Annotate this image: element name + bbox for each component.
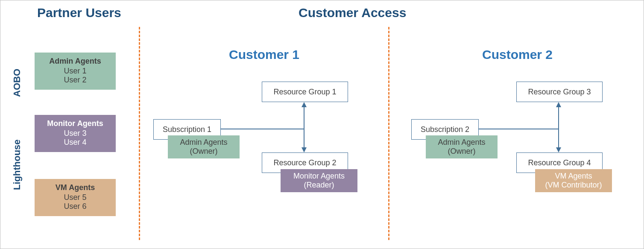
side-label-lighthouse: Lighthouse [12,139,23,190]
group-monitor-title: Monitor Agents [35,119,116,128]
group-monitor-user2: User 4 [35,138,116,147]
header-partner-users: Partner Users [37,6,121,20]
header-customer-1: Customer 1 [229,47,299,62]
role-admin-cust1-l2: (Owner) [168,147,240,156]
role-vm-cust2-l1: VM Agents [535,172,612,181]
group-monitor-user1: User 3 [35,129,116,138]
connector-v-cust2 [558,106,559,147]
box-resource-group-3: Resource Group 3 [516,82,603,102]
connector-h-cust2 [479,129,558,129]
group-vm-user2: User 6 [35,202,116,211]
header-customer-2: Customer 2 [482,47,553,62]
role-vm-contributor-cust2: VM Agents (VM Contributor) [535,169,612,192]
arrow-up-cust2 [556,102,561,107]
role-monitor-cust1-l1: Monitor Agents [281,172,357,181]
role-monitor-cust1-l2: (Reader) [281,181,357,190]
header-customer-access: Customer Access [299,6,406,20]
arrow-up-cust1 [302,102,307,107]
role-vm-cust2-l2: (VM Contributor) [535,181,612,190]
connector-h-cust1 [221,129,304,129]
group-admin-user2: User 2 [35,76,116,85]
diagram-frame: Partner Users Customer Access AOBO Light… [0,0,644,249]
role-admin-cust2-l1: Admin Agents [426,138,498,147]
group-vm-title: VM Agents [35,183,116,192]
group-admin-title: Admin Agents [35,57,116,66]
role-admin-owner-cust2: Admin Agents (Owner) [426,135,498,158]
group-admin-user1: User 1 [35,67,116,76]
role-admin-cust2-l2: (Owner) [426,147,498,156]
side-label-aobo: AOBO [12,69,23,97]
group-vm-agents: VM Agents User 5 User 6 [35,179,116,216]
role-admin-owner-cust1: Admin Agents (Owner) [168,135,240,158]
divider-1 [139,27,140,240]
group-vm-user1: User 5 [35,193,116,202]
group-monitor-agents: Monitor Agents User 3 User 4 [35,115,116,152]
box-resource-group-1: Resource Group 1 [262,82,348,102]
arrow-down-cust2 [556,147,561,152]
role-admin-cust1-l1: Admin Agents [168,138,240,147]
divider-2 [388,27,389,240]
group-admin-agents: Admin Agents User 1 User 2 [35,53,116,90]
role-monitor-reader-cust1: Monitor Agents (Reader) [281,169,357,192]
arrow-down-cust1 [302,147,307,152]
connector-v-cust1 [304,106,304,147]
